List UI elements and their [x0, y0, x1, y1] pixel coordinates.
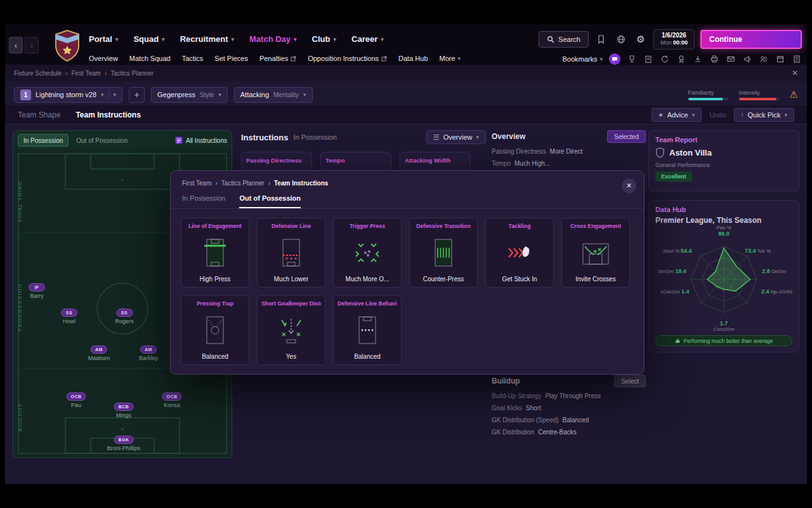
defensive-line-behaviour-icon — [355, 307, 380, 353]
menu-recruitment[interactable]: Recruitment▾ — [180, 34, 234, 44]
overview-panel: Overview Selected Passing DirectnessMore… — [492, 130, 646, 167]
axis-label: Shot % 54.4 — [663, 248, 692, 254]
defensive-line-icon — [278, 229, 304, 276]
axis-label: 2.4 Np-xG/90 — [761, 288, 792, 295]
date-display[interactable]: 1/6/2026 Mon 00:00 — [653, 29, 695, 50]
menu-squad[interactable]: Squad▾ — [133, 34, 164, 44]
player-node[interactable]: OCBPau — [66, 392, 86, 408]
select-button[interactable]: Select — [614, 375, 646, 387]
instruction-card-trigger-press[interactable]: Trigger Press Much More O... — [333, 218, 402, 288]
people-icon[interactable] — [759, 54, 769, 64]
menu-career[interactable]: Career▾ — [351, 34, 384, 44]
back-button[interactable]: ‹ — [9, 37, 23, 53]
chevron-down-icon: ▾ — [381, 36, 384, 43]
instruction-card-defensive-line[interactable]: Defensive Line Much Lower — [257, 218, 325, 288]
chevron-down-icon: ▾ — [218, 91, 221, 98]
fm-assistant-icon[interactable] — [609, 53, 620, 65]
refresh-icon[interactable] — [660, 54, 670, 64]
toggle-out-of-possession[interactable]: Out of Possession — [71, 134, 133, 147]
subnav-more[interactable]: More▾ — [440, 55, 461, 62]
overview-row: TempoMuch High... — [492, 160, 646, 167]
calendar-icon[interactable] — [775, 54, 785, 64]
clipboard-icon[interactable] — [643, 54, 653, 64]
tab-team-instructions[interactable]: Team Instructions — [75, 110, 140, 119]
breadcrumb: Fixture Schedule › First Team › Tactics … — [5, 65, 807, 81]
player-node[interactable]: AMBarkley — [139, 345, 158, 361]
list-view-icon: ☰ — [433, 133, 440, 142]
close-icon[interactable]: ✕ — [622, 178, 636, 193]
player-node[interactable]: SSRogers — [115, 309, 133, 324]
forward-button[interactable]: › — [25, 37, 39, 53]
axis-label: 1.7Conc/Gm — [655, 320, 792, 333]
view-selector-dropdown[interactable]: ☰ Overview ▾ — [426, 130, 486, 144]
gear-icon[interactable]: ⚙ — [634, 32, 648, 46]
subnav-match-squad[interactable]: Match Squad — [129, 55, 171, 62]
globe-icon[interactable] — [614, 32, 628, 46]
advice-button[interactable]: ★ Advice ▾ — [652, 108, 702, 122]
close-icon[interactable]: ✕ — [792, 69, 798, 77]
continue-button[interactable]: Continue — [700, 30, 802, 49]
mentality-selector[interactable]: Attacking Mentality ▾ — [234, 87, 313, 103]
instruction-card-cross-engagement[interactable]: Cross Engagement Invite Crosses — [561, 218, 630, 288]
printer-icon[interactable] — [709, 54, 719, 64]
breadcrumb-item[interactable]: Tactics Planner — [221, 180, 265, 187]
menu-label: Match Day — [249, 34, 291, 44]
modal-tab-in-possession[interactable]: In Possession — [182, 194, 225, 208]
instruction-card-tackling[interactable]: Tackling Get Stuck In — [485, 218, 554, 288]
award-icon[interactable] — [676, 54, 686, 64]
familiarity-label: Familiarity — [688, 90, 729, 96]
instruction-cards-grid: Line of Engagement High Press Defensive … — [171, 209, 644, 374]
instruction-card-pressing-trap[interactable]: Pressing Trap Balanced — [181, 295, 249, 365]
cross-engagement-icon — [581, 229, 610, 276]
breadcrumb-item[interactable]: Fixture Schedule — [14, 70, 62, 77]
instruction-card-short-gk-distribution[interactable]: Short Goalkeeper Distr Yes — [257, 295, 325, 365]
subnav-data-hub[interactable]: Data Hub — [398, 55, 428, 62]
chevron-down-icon: ▾ — [476, 134, 479, 140]
player-node[interactable]: OCBKonsa — [162, 392, 181, 408]
player-node[interactable]: IFBarry — [29, 283, 45, 299]
search-button[interactable]: Search — [539, 31, 589, 48]
player-node[interactable]: AMMaatsen — [88, 345, 110, 361]
bookmark-icon[interactable] — [594, 32, 608, 46]
add-tactic-button[interactable]: + — [129, 87, 145, 103]
undo-button[interactable]: Undo — [709, 111, 726, 119]
selected-button[interactable]: Selected — [607, 130, 646, 143]
chevron-down-icon: ▾ — [303, 91, 306, 98]
buildup-row: Goal KicksShort — [492, 404, 646, 411]
quick-pick-button[interactable]: ↑ Quick Pick ▾ — [734, 108, 795, 122]
instruction-card-line-of-engagement[interactable]: Line of Engagement High Press — [181, 218, 249, 288]
subnav-opposition-instructions[interactable]: Opposition Instructions — [308, 55, 387, 62]
data-hub-card[interactable]: Data Hub Premier League, This Season Pas… — [648, 200, 799, 352]
all-instructions-toggle[interactable]: All Instructions — [175, 137, 227, 144]
download-icon[interactable] — [693, 54, 703, 64]
menu-portal[interactable]: Portal▾ — [89, 34, 118, 44]
subnav-tactics[interactable]: Tactics — [182, 55, 204, 62]
mail-icon[interactable] — [726, 54, 736, 64]
subnav-overview[interactable]: Overview — [89, 55, 118, 62]
trophy-icon[interactable] — [627, 54, 637, 64]
pressing-trap-icon — [202, 307, 228, 353]
instruction-card-defensive-line-behaviour[interactable]: Defensive Line Behavio Balanced — [333, 295, 402, 365]
menu-club[interactable]: Club▾ — [312, 34, 336, 44]
player-node[interactable]: SSHowl — [61, 309, 77, 324]
player-node[interactable]: BGKBroni-Phillips — [107, 436, 141, 451]
tab-team-shape[interactable]: Team Shape — [18, 110, 60, 119]
subnav-set-pieces[interactable]: Set Pieces — [214, 55, 248, 62]
player-node[interactable]: BCBMings — [114, 403, 134, 418]
menu-match-day[interactable]: Match Day▾ — [249, 34, 297, 44]
breadcrumb-item[interactable]: Tactics Planner — [110, 70, 154, 77]
team-report-card[interactable]: Team Report Aston Villa General Performa… — [648, 130, 799, 191]
breadcrumb-item[interactable]: First Team — [71, 70, 101, 77]
warning-icon[interactable]: ⚠ — [790, 89, 798, 100]
style-selector[interactable]: Gegenpress Style ▾ — [151, 87, 228, 103]
megaphone-icon[interactable] — [742, 54, 752, 64]
tactic-selector[interactable]: 1 Lightning storm v28 ▾ ▾ — [14, 87, 122, 103]
bookmarks-menu[interactable]: Bookmarks▾ — [562, 55, 603, 63]
subnav-penalties[interactable]: Penalties — [259, 55, 296, 62]
overview-panel-title: Overview — [492, 132, 525, 141]
modal-tab-out-of-possession[interactable]: Out of Possession — [239, 194, 301, 208]
notes-icon[interactable] — [792, 54, 802, 64]
breadcrumb-item[interactable]: First Team — [182, 180, 212, 187]
instruction-card-defensive-transition[interactable]: Defensive Transition Counter-Press — [409, 218, 478, 288]
toggle-in-possession[interactable]: In Possession — [18, 134, 69, 147]
